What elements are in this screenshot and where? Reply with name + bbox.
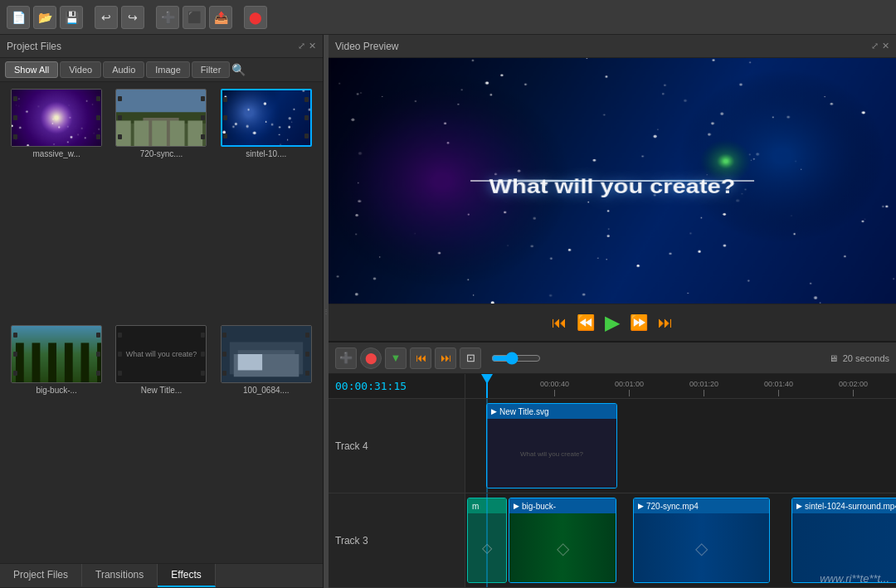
rewind-button[interactable]: ⏪: [577, 313, 595, 332]
filter-search-icon[interactable]: 🔍: [231, 63, 246, 76]
timeline-tracks: 00:00:40 00:01:00 00:01:20 00:01:40 00:0: [465, 374, 896, 588]
save-button[interactable]: 💾: [60, 6, 83, 29]
media-thumb-2: [115, 89, 207, 147]
clip-bigbuck-icon: ▶: [514, 502, 519, 510]
bottom-tabs: Project Files Transitions Effects: [0, 563, 323, 588]
media-label-1: massive_w...: [33, 149, 80, 158]
clip-m-header: m: [468, 498, 506, 513]
tab-transitions[interactable]: Transitions: [82, 564, 158, 587]
new-button[interactable]: 📄: [7, 6, 30, 29]
media-item-5[interactable]: What will you create? New Title...: [111, 325, 211, 556]
rewind-start-button[interactable]: ⏮: [552, 314, 567, 332]
enable-snap-button[interactable]: ⬤: [360, 347, 382, 369]
pf-expand-icon[interactable]: ⤢: [298, 41, 305, 51]
filter-show-all[interactable]: Show All: [5, 61, 58, 78]
fast-forward-button[interactable]: ⏩: [630, 313, 648, 332]
filter-video[interactable]: Video: [60, 61, 101, 78]
preview-canvas: [329, 58, 896, 304]
filter-button[interactable]: ▼: [385, 347, 407, 369]
clip-new-title[interactable]: ▶ New Title.svg What will you create?: [486, 403, 617, 488]
timeline-toolbar: ➕ ⬤ ▼ ⏮ ⏭ ⊡ 🖥 20 seconds: [329, 343, 896, 374]
center-playhead-button[interactable]: ⊡: [460, 347, 481, 369]
project-files-title: Project Files: [7, 41, 61, 52]
redo-button[interactable]: ↪: [121, 6, 144, 29]
clip-bigbuck[interactable]: ▶ big-buck- ◇: [509, 498, 616, 583]
track-labels: 00:00:31:15 Track 4 Track 3: [329, 374, 465, 588]
tab-project-files[interactable]: Project Files: [0, 564, 82, 587]
filter-filter[interactable]: Filter: [192, 61, 230, 78]
play-button[interactable]: ▶: [605, 311, 620, 334]
ruler-mark-1: 00:01:00: [615, 380, 644, 396]
media-grid: massive_w... 720-sync.... sintel-10....: [0, 82, 323, 563]
add-button[interactable]: ➕: [156, 6, 179, 29]
open-button[interactable]: 📂: [33, 6, 56, 29]
undo-button[interactable]: ↩: [95, 6, 118, 29]
playhead[interactable]: [486, 374, 488, 398]
zoom-slider[interactable]: [491, 352, 541, 365]
media-label-2: 720-sync....: [140, 149, 183, 158]
right-panel: Video Preview ⤢ ✕ ⏮ ⏪ ▶ ⏩ ⏭ ➕ ⬤ ▼ ⏮: [329, 35, 896, 588]
timecode-display: 00:00:31:15: [329, 374, 465, 399]
clip-m[interactable]: m ◇: [467, 498, 507, 583]
media-item-4[interactable]: big-buck-...: [7, 325, 106, 556]
clip-sintel-label: sintel-1024-surround.mp4: [805, 502, 896, 511]
clip-m-body: ◇: [468, 513, 506, 582]
clip-title-preview: What will you create?: [520, 450, 583, 458]
export-button[interactable]: 📤: [209, 6, 232, 29]
clip-sintel-header: ▶ sintel-1024-surround.mp4: [792, 498, 896, 513]
record-button[interactable]: ⬤: [244, 6, 267, 29]
ruler-mark-3: 00:01:40: [764, 380, 793, 396]
pf-header-icons: ⤢ ✕: [298, 41, 316, 51]
zoom-label: 🖥 20 seconds: [829, 353, 889, 363]
media-item-6[interactable]: 100_0684....: [217, 325, 316, 556]
jump-start-button[interactable]: ⏮: [410, 347, 431, 369]
clip-video-icon: ▶: [491, 407, 497, 415]
clip-720sync-body: ◇: [634, 513, 769, 582]
ruler-mark-2: 00:01:20: [689, 380, 718, 396]
media-label-5: New Title...: [141, 386, 182, 395]
pf-close-icon[interactable]: ✕: [309, 41, 316, 51]
clip-720sync[interactable]: ▶ 720-sync.mp4 ◇: [633, 498, 770, 583]
media-thumb-4: [11, 325, 102, 383]
vp-expand-icon[interactable]: ⤢: [871, 41, 879, 51]
clip-sintel[interactable]: ▶ sintel-1024-surround.mp4 ◇: [791, 498, 896, 583]
clip-title-header: ▶ New Title.svg: [487, 404, 616, 419]
filter-bar: Show All Video Audio Image Filter 🔍: [0, 58, 323, 82]
clip-title-body: What will you create?: [487, 419, 616, 488]
project-files-header: Project Files ⤢ ✕: [0, 35, 323, 58]
clip-m-label: m: [472, 502, 479, 511]
vp-header-icons: ⤢ ✕: [871, 41, 889, 51]
ruler-mark-0: 00:00:40: [540, 380, 569, 396]
timecode-value: 00:00:31:15: [335, 380, 407, 392]
video-preview-title: Video Preview: [335, 41, 399, 52]
zoom-icon: 🖥: [829, 353, 838, 363]
media-thumb-3: [221, 89, 312, 147]
media-item-1[interactable]: massive_w...: [7, 89, 106, 320]
left-panel: Project Files ⤢ ✕ Show All Video Audio I…: [0, 35, 324, 588]
media-label-3: sintel-10....: [246, 149, 286, 158]
clip-sintel-icon: ▶: [796, 502, 802, 510]
clip-bigbuck-body: ◇: [509, 513, 616, 582]
vp-close-icon[interactable]: ✕: [882, 41, 889, 51]
clip-bigbuck-label: big-buck-: [522, 502, 556, 511]
playback-controls: ⏮ ⏪ ▶ ⏩ ⏭: [329, 304, 896, 341]
add-track-button[interactable]: ➕: [335, 347, 357, 369]
filter-audio[interactable]: Audio: [103, 61, 144, 78]
filter-image[interactable]: Image: [146, 61, 190, 78]
watermark: www.ri**te**t...: [820, 572, 889, 585]
media-item-2[interactable]: 720-sync....: [111, 89, 211, 320]
media-label-6: 100_0684....: [243, 386, 290, 395]
tab-effects[interactable]: Effects: [158, 564, 215, 587]
zoom-value: 20 seconds: [843, 353, 889, 363]
timeline-section: ➕ ⬤ ▼ ⏮ ⏭ ⊡ 🖥 20 seconds 00:00:31:15: [329, 341, 896, 588]
jump-end-button[interactable]: ⏭: [435, 347, 456, 369]
forward-end-button[interactable]: ⏭: [658, 314, 673, 332]
media-thumb-6: [221, 325, 312, 383]
toolbar: 📄 📂 💾 ↩ ↪ ➕ ⬛ 📤 ⬤: [0, 0, 896, 35]
media-item-3[interactable]: sintel-10....: [217, 89, 316, 320]
track-4-row: ▶ New Title.svg What will you create?: [465, 399, 896, 493]
timeline-ruler: 00:00:40 00:01:00 00:01:20 00:01:40 00:0: [465, 374, 896, 399]
media-thumb-1: [11, 89, 102, 147]
split-button[interactable]: ⬛: [183, 6, 206, 29]
track-3-label: Track 3: [329, 493, 465, 588]
